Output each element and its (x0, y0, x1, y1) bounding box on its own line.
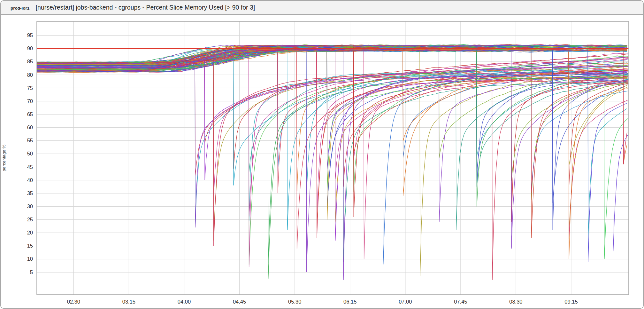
y-tick-label: 90 (27, 45, 33, 51)
y-tick-label: 50 (27, 151, 33, 156)
y-tick-label: 65 (27, 111, 33, 117)
y-axis-ticks: 5101520253035404550556065707580859095 (27, 32, 33, 275)
x-tick-label: 06:15 (343, 299, 356, 305)
x-tick-label: 02:30 (67, 299, 80, 305)
graph-header: prod-lor1 [nurse/restart] jobs-backend -… (1, 1, 643, 15)
y-tick-label: 10 (27, 256, 33, 262)
y-tick-label: 35 (27, 190, 33, 196)
y-tick-label: 60 (27, 124, 33, 130)
y-tick-label: 70 (27, 98, 33, 104)
y-tick-label: 30 (27, 203, 33, 209)
host-label: prod-lor1 (11, 2, 29, 15)
x-tick-label: 07:45 (454, 299, 467, 305)
y-tick-label: 95 (27, 32, 33, 38)
y-tick-label: 45 (27, 164, 33, 170)
x-axis-ticks: 02:3003:1504:0004:4505:3006:1507:0007:45… (67, 299, 578, 305)
x-tick-label: 04:00 (178, 299, 191, 305)
y-tick-label: 80 (27, 72, 33, 78)
y-tick-label: 25 (27, 217, 33, 222)
x-tick-label: 09:15 (564, 299, 578, 305)
y-tick-label: 85 (27, 59, 33, 64)
y-tick-label: 15 (27, 243, 33, 249)
y-axis-title: percentage % (2, 145, 6, 171)
x-tick-label: 04:45 (233, 299, 246, 305)
y-tick-label: 20 (27, 230, 33, 235)
x-tick-label: 07:00 (399, 299, 412, 305)
graph-title: [nurse/restart] jobs-backend - cgroups -… (36, 1, 255, 14)
y-tick-label: 40 (27, 177, 33, 183)
x-tick-label: 08:30 (509, 299, 522, 305)
y-tick-label: 75 (27, 85, 33, 91)
chart-canvas: 510152025303540455055606570758085909502:… (1, 1, 644, 309)
y-tick-label: 55 (27, 138, 33, 143)
x-tick-label: 05:30 (288, 299, 301, 305)
y-tick-label: 5 (30, 269, 33, 275)
graph-tile[interactable]: 510152025303540455055606570758085909502:… (0, 0, 644, 309)
x-tick-label: 03:15 (122, 299, 135, 305)
